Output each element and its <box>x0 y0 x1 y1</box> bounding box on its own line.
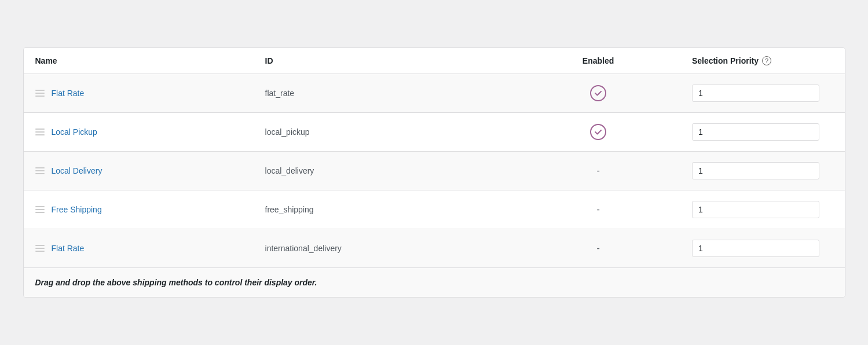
shipping-method-name[interactable]: Flat Rate <box>52 244 85 253</box>
shipping-method-priority <box>680 229 845 268</box>
shipping-method-id: local_pickup <box>254 113 517 152</box>
table-row: Flat Rate international_delivery- <box>24 229 845 268</box>
table-row: Free Shipping free_shipping- <box>24 190 845 229</box>
shipping-method-name[interactable]: Local Delivery <box>52 166 102 175</box>
priority-input[interactable] <box>692 123 819 141</box>
drag-handle[interactable] <box>35 90 45 97</box>
disabled-dash: - <box>596 166 599 175</box>
priority-input[interactable] <box>692 162 819 179</box>
drag-handle[interactable] <box>35 129 45 135</box>
shipping-method-priority <box>680 74 845 113</box>
shipping-method-enabled <box>516 74 680 113</box>
shipping-method-name[interactable]: Free Shipping <box>52 205 102 214</box>
shipping-method-enabled: - <box>516 229 680 268</box>
shipping-method-priority <box>680 190 845 229</box>
enabled-check-icon <box>590 124 606 140</box>
drag-handle[interactable] <box>35 206 45 213</box>
disabled-dash: - <box>596 243 599 253</box>
shipping-method-id: flat_rate <box>254 74 517 113</box>
shipping-method-id: international_delivery <box>254 229 517 268</box>
table-row: Local Delivery local_delivery- <box>24 152 845 190</box>
shipping-method-name[interactable]: Local Pickup <box>52 127 97 137</box>
shipping-method-id: free_shipping <box>254 190 517 229</box>
table-row: Flat Rate flat_rate <box>24 74 845 113</box>
col-header-id: ID <box>254 48 517 74</box>
disabled-dash: - <box>596 204 599 214</box>
shipping-method-enabled: - <box>516 190 680 229</box>
drag-handle[interactable] <box>35 245 45 252</box>
shipping-method-enabled <box>516 113 680 152</box>
col-header-name: Name <box>24 48 254 74</box>
shipping-method-priority <box>680 113 845 152</box>
footer-note: Drag and drop the above shipping methods… <box>35 278 317 287</box>
shipping-method-enabled: - <box>516 152 680 190</box>
shipping-method-name[interactable]: Flat Rate <box>52 89 85 98</box>
drag-handle[interactable] <box>35 167 45 174</box>
table-row: Local Pickup local_pickup <box>24 113 845 152</box>
shipping-method-id: local_delivery <box>254 152 517 190</box>
priority-help-icon[interactable]: ? <box>762 56 771 65</box>
shipping-methods-table: Name ID Enabled Selection Priority ? <box>23 47 845 298</box>
priority-input[interactable] <box>692 240 819 257</box>
table-footer: Drag and drop the above shipping methods… <box>24 267 845 297</box>
col-header-enabled: Enabled <box>516 48 680 74</box>
priority-input[interactable] <box>692 85 819 102</box>
enabled-check-icon <box>590 85 606 101</box>
priority-input[interactable] <box>692 201 819 218</box>
shipping-method-priority <box>680 152 845 190</box>
col-header-priority: Selection Priority ? <box>680 48 845 74</box>
